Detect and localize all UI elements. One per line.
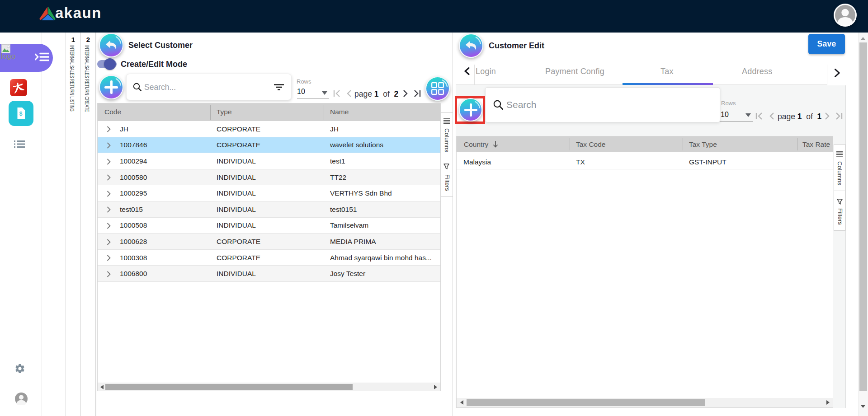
- svg-text:$: $: [19, 111, 23, 117]
